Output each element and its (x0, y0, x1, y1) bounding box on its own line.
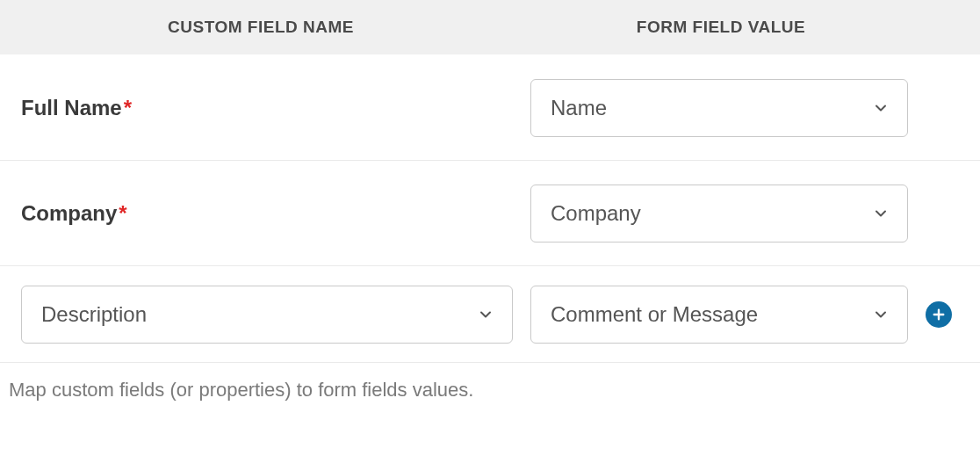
value-select-company[interactable]: Company (530, 185, 908, 242)
field-row: Full Name* Name (0, 55, 980, 161)
field-row: Company* Company (0, 161, 980, 266)
chevron-down-icon (872, 99, 890, 117)
helper-text: Map custom fields (or properties) to for… (0, 363, 980, 417)
select-value-text: Description (41, 302, 147, 327)
value-select-full-name[interactable]: Name (530, 79, 908, 137)
column-headers: CUSTOM FIELD NAME FORM FIELD VALUE (0, 0, 980, 55)
field-label-full-name: Full Name* (0, 96, 522, 120)
required-indicator: * (124, 96, 132, 120)
chevron-down-icon (477, 306, 494, 323)
field-label-text: Full Name (21, 96, 122, 120)
chevron-down-icon (872, 205, 890, 222)
field-label-company: Company* (0, 201, 522, 226)
chevron-down-icon (872, 306, 890, 323)
custom-value-select[interactable]: Comment or Message (530, 286, 908, 344)
add-row-button[interactable] (926, 301, 952, 328)
custom-field-row: Description Comment or Message (0, 266, 980, 363)
required-indicator: * (119, 201, 126, 226)
field-label-text: Company (21, 201, 117, 226)
custom-name-select[interactable]: Description (21, 286, 513, 344)
plus-icon (931, 307, 947, 322)
header-custom-field-name: CUSTOM FIELD NAME (0, 0, 522, 54)
select-value-text: Name (551, 96, 607, 120)
select-value-text: Company (551, 201, 641, 226)
select-value-text: Comment or Message (551, 302, 758, 327)
header-form-field-value: FORM FIELD VALUE (522, 0, 920, 54)
